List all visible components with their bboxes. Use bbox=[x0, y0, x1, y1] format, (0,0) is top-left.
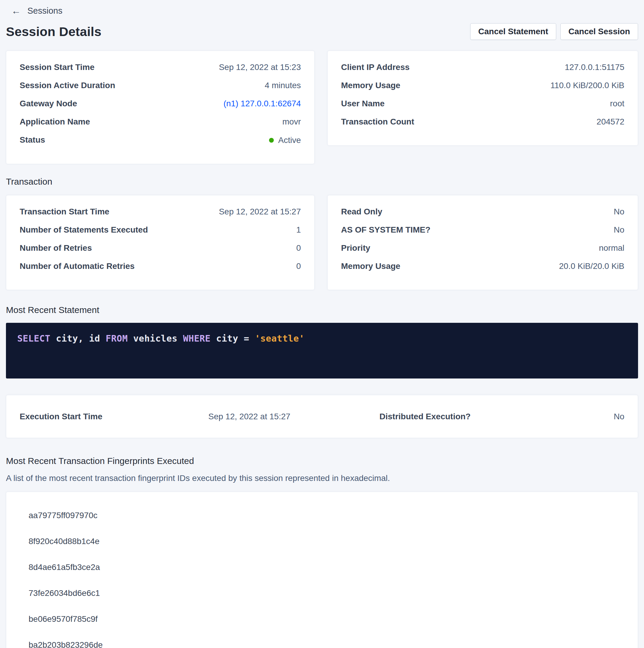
memory-usage-label: Memory Usage bbox=[341, 80, 400, 91]
fingerprints-description: A list of the most recent transaction fi… bbox=[6, 473, 638, 483]
cancel-session-button[interactable]: Cancel Session bbox=[561, 23, 638, 40]
sql-statement-box: SELECT city, id FROM vehicles WHERE city… bbox=[6, 323, 638, 378]
cancel-statement-button[interactable]: Cancel Statement bbox=[470, 23, 556, 40]
execution-start-time-value: Sep 12, 2022 at 15:27 bbox=[208, 412, 379, 421]
sql-string-literal: 'seattle' bbox=[255, 333, 304, 344]
txn-priority-value: normal bbox=[599, 243, 624, 253]
memory-usage-value: 110.0 KiB/200.0 KiB bbox=[550, 80, 624, 91]
txn-priority-row: Priority normal bbox=[341, 243, 624, 253]
gateway-node-label: Gateway Node bbox=[20, 99, 77, 109]
status-value: Active bbox=[269, 135, 301, 145]
gateway-node-row: Gateway Node (n1) 127.0.0.1:62674 bbox=[20, 99, 301, 109]
transaction-count-row: Transaction Count 204572 bbox=[341, 117, 624, 127]
session-active-duration-row: Session Active Duration 4 minutes bbox=[20, 80, 301, 91]
session-active-duration-value: 4 minutes bbox=[265, 80, 301, 91]
status-active-text: Active bbox=[278, 135, 301, 145]
statement-section-title: Most Recent Statement bbox=[6, 305, 638, 315]
txn-memory-usage-value: 20.0 KiB/20.0 KiB bbox=[559, 261, 624, 271]
memory-usage-row: Memory Usage 110.0 KiB/200.0 KiB bbox=[341, 80, 624, 91]
txn-auto-retries-label: Number of Automatic Retries bbox=[20, 261, 134, 271]
status-active-dot-icon bbox=[269, 138, 274, 143]
txn-statements-row: Number of Statements Executed 1 bbox=[20, 225, 301, 235]
session-start-time-value: Sep 12, 2022 at 15:23 bbox=[219, 62, 301, 72]
user-name-row: User Name root bbox=[341, 99, 624, 109]
back-arrow-icon: ← bbox=[11, 6, 21, 15]
txn-auto-retries-value: 0 bbox=[296, 261, 301, 271]
fingerprints-card: aa79775ff097970c 8f920c40d88b1c4e 8d4ae6… bbox=[6, 492, 638, 648]
txn-read-only-label: Read Only bbox=[341, 207, 382, 217]
fingerprints-section-title: Most Recent Transaction Fingerprints Exe… bbox=[6, 456, 638, 466]
sql-keyword: FROM bbox=[106, 333, 128, 344]
txn-retries-row: Number of Retries 0 bbox=[20, 243, 301, 253]
txn-retries-value: 0 bbox=[296, 243, 301, 253]
txn-statements-label: Number of Statements Executed bbox=[20, 225, 148, 235]
transaction-summary-row: Transaction Start Time Sep 12, 2022 at 1… bbox=[6, 195, 638, 290]
session-start-time-label: Session Start Time bbox=[20, 62, 95, 72]
breadcrumb-label: Sessions bbox=[27, 6, 62, 16]
txn-aost-row: AS OF SYSTEM TIME? No bbox=[341, 225, 624, 235]
sql-text: vehicles bbox=[128, 333, 183, 344]
txn-auto-retries-row: Number of Automatic Retries 0 bbox=[20, 261, 301, 271]
txn-start-time-value: Sep 12, 2022 at 15:27 bbox=[219, 207, 301, 217]
transaction-count-value: 204572 bbox=[597, 117, 624, 127]
execution-start-time-label: Execution Start Time bbox=[20, 412, 208, 421]
header-actions: Cancel Statement Cancel Session bbox=[470, 23, 638, 40]
fingerprint-item: 8f920c40d88b1c4e bbox=[28, 536, 624, 546]
client-ip-value: 127.0.0.1:51175 bbox=[565, 62, 624, 72]
application-name-row: Application Name movr bbox=[20, 117, 301, 127]
user-name-label: User Name bbox=[341, 99, 385, 109]
transaction-count-label: Transaction Count bbox=[341, 117, 414, 127]
client-ip-label: Client IP Address bbox=[341, 62, 409, 72]
fingerprint-item: be06e9570f785c9f bbox=[28, 614, 624, 624]
breadcrumb-back-sessions[interactable]: ← Sessions bbox=[11, 5, 62, 16]
sql-keyword: WHERE bbox=[183, 333, 211, 344]
page-title: Session Details bbox=[6, 24, 102, 39]
fingerprint-item: aa79775ff097970c bbox=[28, 510, 624, 521]
txn-priority-label: Priority bbox=[341, 243, 370, 253]
application-name-value: movr bbox=[282, 117, 301, 127]
session-summary-row: Session Start Time Sep 12, 2022 at 15:23… bbox=[6, 51, 638, 164]
txn-start-time-label: Transaction Start Time bbox=[20, 207, 109, 217]
txn-aost-value: No bbox=[613, 225, 624, 235]
status-label: Status bbox=[20, 135, 45, 145]
fingerprint-item: ba2b203b823296de bbox=[28, 640, 624, 648]
session-details-page: ← Sessions Session Details Cancel Statem… bbox=[0, 0, 644, 648]
txn-memory-usage-label: Memory Usage bbox=[341, 261, 400, 271]
status-row: Status Active bbox=[20, 135, 301, 145]
client-ip-row: Client IP Address 127.0.0.1:51175 bbox=[341, 62, 624, 72]
txn-read-only-value: No bbox=[613, 207, 624, 217]
distributed-execution-value: No bbox=[470, 412, 624, 421]
fingerprint-item: 8d4ae61a5fb3ce2a bbox=[28, 562, 624, 572]
sql-keyword: SELECT bbox=[17, 333, 50, 344]
user-name-value: root bbox=[610, 99, 624, 109]
txn-statements-value: 1 bbox=[296, 225, 301, 235]
fingerprint-item: 73fe26034bd6e6c1 bbox=[28, 588, 624, 598]
session-start-time-row: Session Start Time Sep 12, 2022 at 15:23 bbox=[20, 62, 301, 72]
application-name-label: Application Name bbox=[20, 117, 90, 127]
txn-start-time-row: Transaction Start Time Sep 12, 2022 at 1… bbox=[20, 207, 301, 217]
session-active-duration-label: Session Active Duration bbox=[20, 80, 115, 91]
distributed-execution-label: Distributed Execution? bbox=[379, 412, 470, 421]
execution-summary-card: Execution Start Time Sep 12, 2022 at 15:… bbox=[6, 395, 638, 438]
page-header: Session Details Cancel Statement Cancel … bbox=[6, 22, 638, 41]
sql-text: city, id bbox=[50, 333, 106, 344]
sql-text: city = bbox=[211, 333, 255, 344]
session-summary-card-right: Client IP Address 127.0.0.1:51175 Memory… bbox=[327, 51, 638, 146]
session-summary-card-left: Session Start Time Sep 12, 2022 at 15:23… bbox=[6, 51, 314, 164]
txn-read-only-row: Read Only No bbox=[341, 207, 624, 217]
transaction-section-title: Transaction bbox=[6, 177, 638, 187]
transaction-card-left: Transaction Start Time Sep 12, 2022 at 1… bbox=[6, 195, 314, 290]
transaction-card-right: Read Only No AS OF SYSTEM TIME? No Prior… bbox=[327, 195, 638, 290]
txn-memory-usage-row: Memory Usage 20.0 KiB/20.0 KiB bbox=[341, 261, 624, 271]
txn-aost-label: AS OF SYSTEM TIME? bbox=[341, 225, 430, 235]
txn-retries-label: Number of Retries bbox=[20, 243, 92, 253]
gateway-node-link[interactable]: (n1) 127.0.0.1:62674 bbox=[224, 99, 301, 109]
